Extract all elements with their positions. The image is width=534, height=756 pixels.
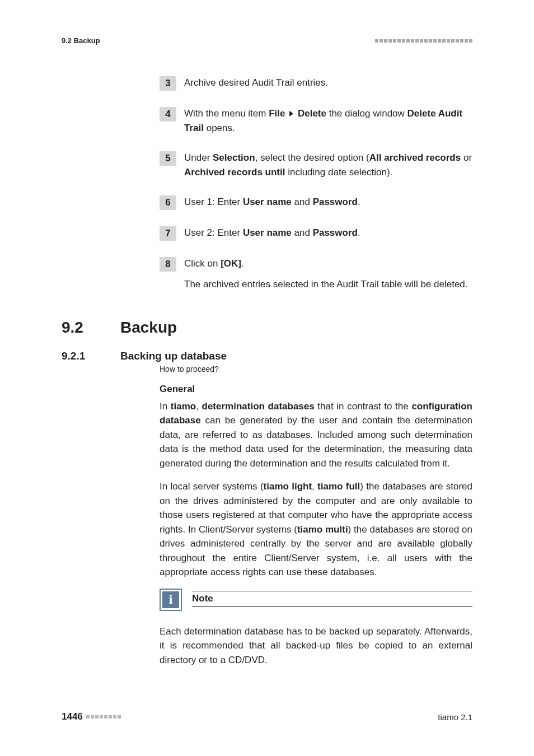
step-body: With the menu item File Delete the dialo… (184, 106, 472, 135)
paragraph: In local server systems (tiamo light, ti… (160, 479, 472, 580)
step-number: 3 (160, 76, 176, 91)
list-item: 7 User 2: Enter User name and Password. (160, 226, 472, 241)
steps-list: 3 Archive desired Audit Trail entries. 4… (160, 76, 472, 292)
note-block: i Note Each determination database has t… (160, 589, 472, 668)
page-number: 1446 (62, 711, 121, 722)
list-item: 3 Archive desired Audit Trail entries. (160, 76, 472, 91)
step-body: User 2: Enter User name and Password. (184, 226, 472, 240)
paragraph: In tiamo, determination databases that i… (160, 399, 472, 471)
howto-label: How to proceed? (160, 365, 472, 374)
page: 9.2 Backup 3 Archive desired Audit Trail… (0, 0, 534, 756)
step-body: Under Selection, select the desired opti… (184, 151, 472, 179)
list-item: 4 With the menu item File Delete the dia… (160, 106, 472, 135)
footer-right: tiamo 2.1 (438, 712, 472, 722)
running-head-left: 9.2 Backup (62, 36, 100, 45)
chapter-heading: 9.2 Backup (62, 319, 472, 337)
step-result: The archived entries selected in the Aud… (184, 277, 472, 292)
note-head: i Note (160, 589, 472, 611)
note-title: Note (192, 591, 472, 607)
step-body: User 1: Enter User name and Password. (184, 195, 472, 209)
page-footer: 1446 tiamo 2.1 (62, 711, 472, 722)
section-number: 9.2.1 (62, 350, 120, 362)
section-title: Backing up database (120, 350, 227, 362)
note-body: Each determination database has to be ba… (160, 624, 472, 668)
decorative-dots-icon (375, 39, 472, 43)
step-body: Click on [OK]. (184, 256, 472, 271)
decorative-dots-icon (86, 715, 121, 718)
list-item: 8 Click on [OK]. (160, 256, 472, 272)
chapter-title: Backup (120, 319, 177, 337)
step-number: 8 (160, 257, 176, 272)
section-heading: 9.2.1 Backing up database (62, 350, 472, 362)
running-head: 9.2 Backup (62, 36, 472, 45)
step-number: 7 (160, 226, 176, 241)
step-body: Archive desired Audit Trail entries. (184, 76, 472, 90)
step-number: 4 (160, 107, 176, 122)
list-item: 5 Under Selection, select the desired op… (160, 151, 472, 179)
general-subhead: General (160, 384, 472, 395)
section-body: General In tiamo, determination database… (160, 384, 472, 668)
step-number: 6 (160, 195, 176, 210)
step-number: 5 (160, 151, 176, 166)
chapter-number: 9.2 (62, 319, 120, 337)
list-item: 6 User 1: Enter User name and Password. (160, 195, 472, 210)
info-icon: i (160, 589, 182, 611)
